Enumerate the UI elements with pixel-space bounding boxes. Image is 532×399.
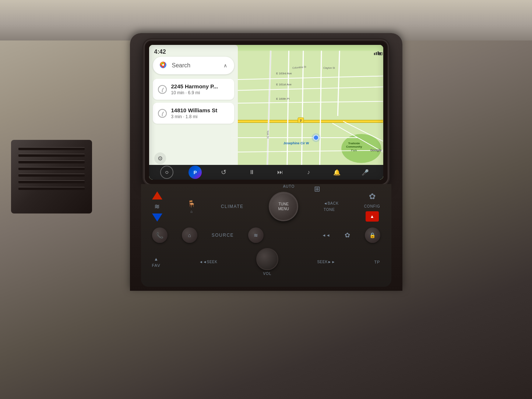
climate-label: CLIMATE — [221, 204, 244, 209]
svg-point-40 — [162, 64, 164, 66]
search-label: Search — [172, 62, 218, 69]
defrost-icon[interactable]: ≋ — [154, 202, 160, 211]
hazard-button[interactable]: ▲ — [366, 211, 379, 222]
control-row-3: ▲ FAV ◄◄SEEK VOL SEEK►► TP — [152, 248, 380, 276]
dest-name-1: 2245 Harmony P... — [171, 83, 229, 89]
config-controls: ✿ CONFIG ▲ — [364, 192, 380, 222]
replay-button[interactable]: ↺ — [217, 166, 230, 179]
fan-icon-right[interactable]: ✿ — [345, 231, 350, 239]
seek-left-label[interactable]: ◄◄SEEK — [199, 260, 217, 264]
svg-text:York St: York St — [267, 130, 269, 138]
vol-knob[interactable] — [256, 248, 278, 270]
home-icon[interactable]: ⌂ — [190, 209, 193, 213]
pause-button[interactable]: ⏸ — [245, 166, 258, 179]
seek-right-label[interactable]: SEEK►► — [317, 260, 335, 264]
vent-slats — [18, 147, 85, 206]
seat-controls: 🪑 ⌂ — [187, 200, 195, 213]
android-auto-display: 7 E 163rd Ave E 161st Ave E 160th Pl Col… — [149, 45, 383, 180]
home-icon-2: ⌂ — [188, 232, 191, 238]
config-label[interactable]: CONFIG — [364, 204, 380, 208]
dest-details-1: 10 min · 6.9 mi — [171, 90, 229, 95]
pandora-button[interactable]: P — [189, 166, 202, 179]
mic-button[interactable]: 🎤 — [359, 166, 372, 179]
dest-name-2: 14810 Williams St — [171, 107, 229, 113]
svg-rect-36 — [379, 53, 381, 55]
home-button[interactable]: ○ — [160, 166, 173, 179]
skip-button[interactable]: ⏭ — [274, 166, 287, 179]
lock-icon: 🔒 — [369, 232, 376, 238]
search-bar[interactable]: Search ∧ — [153, 57, 235, 74]
maps-icon — [158, 60, 168, 71]
svg-text:Clayton St: Clayton St — [323, 67, 335, 70]
auto-label: AUTO — [283, 184, 295, 188]
svg-text:Google: Google — [370, 148, 382, 152]
settings-area: ⚙ — [154, 152, 166, 164]
home-button-2[interactable]: ⌂ — [182, 227, 197, 243]
dest-info-1: 2245 Harmony P... 10 min · 6.9 mi — [171, 83, 229, 95]
tp-label[interactable]: TP — [374, 260, 380, 264]
bottom-nav: ○ P ↺ ⏸ ⏭ ♪ 🔔 🎤 — [149, 165, 383, 180]
dest-info-2: 14810 Williams St 3 min · 1.8 mi — [171, 107, 229, 119]
svg-point-20 — [312, 133, 321, 142]
destination-1[interactable]: 2245 Harmony P... 10 min · 6.9 mi — [153, 79, 235, 100]
controls-area: ≋ 🪑 ⌂ CLIMATE AUTO ⊞ TUNE MENU ◄BACK TON… — [141, 184, 391, 287]
svg-text:7: 7 — [300, 119, 302, 123]
svg-text:Trailside: Trailside — [348, 142, 360, 145]
map-svg: 7 E 163rd Ave E 161st Ave E 160th Pl Col… — [231, 45, 383, 180]
seek-left-indicator: ◄◄ — [322, 233, 330, 237]
svg-text:Community: Community — [346, 145, 362, 148]
vol-controls: VOL — [256, 248, 278, 276]
back-label[interactable]: ◄BACK — [324, 201, 339, 205]
tune-menu-label: TUNE MENU — [278, 202, 289, 211]
control-row-1: ≋ 🪑 ⌂ CLIMATE AUTO ⊞ TUNE MENU ◄BACK TON… — [152, 191, 380, 222]
svg-text:Josephine Cir W: Josephine Cir W — [283, 141, 309, 145]
chevron-up-icon[interactable]: ∧ — [222, 62, 229, 69]
tone-label[interactable]: TONE — [324, 208, 335, 212]
seat-heat-icon-2: ≋ — [254, 232, 258, 238]
fav-label[interactable]: FAV — [152, 263, 161, 268]
fan-speed-icon: ⊞ — [314, 184, 320, 193]
seat-heat-button[interactable]: ≋ — [248, 227, 264, 243]
music-button[interactable]: ♪ — [302, 166, 315, 179]
temp-down-button[interactable] — [152, 213, 162, 222]
status-time: 4:42 — [154, 49, 166, 55]
phone-button[interactable]: 📞 — [152, 227, 168, 243]
right-controls: ◄BACK TONE — [324, 201, 339, 212]
temp-controls: ≋ — [152, 191, 162, 222]
bell-button[interactable]: 🔔 — [330, 166, 343, 179]
up-arrow[interactable]: ▲ — [154, 257, 158, 262]
vol-label: VOL — [263, 272, 271, 276]
lock-button[interactable]: 🔒 — [365, 227, 380, 243]
left-panel: 4:42 — [149, 45, 238, 180]
left-vent — [11, 140, 92, 213]
svg-text:Park: Park — [351, 149, 357, 152]
destination-2[interactable]: 14810 Williams St 3 min · 1.8 mi — [153, 103, 235, 124]
seat-heat-icon[interactable]: 🪑 — [187, 200, 195, 208]
svg-text:E 163rd Ave: E 163rd Ave — [276, 72, 292, 75]
android-auto-screen[interactable]: 7 E 163rd Ave E 161st Ave E 160th Pl Col… — [149, 45, 383, 180]
status-bar: 4:42 — [151, 46, 237, 57]
fan-icon[interactable]: ✿ — [369, 192, 376, 201]
knob-area: AUTO ⊞ TUNE MENU — [269, 192, 298, 221]
source-label[interactable]: SOURCE — [212, 233, 234, 238]
hazard-icon: ▲ — [370, 214, 374, 219]
tune-menu-knob[interactable]: TUNE MENU — [269, 192, 298, 221]
fav-controls: ▲ FAV — [152, 257, 161, 268]
svg-rect-32 — [374, 53, 375, 55]
control-row-2: 📞 ⌂ SOURCE ≋ ◄◄ ✿ 🔒 — [152, 227, 380, 243]
svg-rect-33 — [376, 52, 377, 55]
svg-text:E 161st Ave: E 161st Ave — [276, 83, 292, 86]
phone-icon: 📞 — [156, 232, 163, 239]
dest-details-2: 3 min · 1.8 mi — [171, 114, 229, 119]
map-area: 7 E 163rd Ave E 161st Ave E 160th Pl Col… — [231, 45, 383, 180]
settings-icon[interactable]: ⚙ — [154, 152, 166, 164]
clock-icon-2 — [158, 109, 167, 118]
screen-bezel: 7 E 163rd Ave E 161st Ave E 160th Pl Col… — [145, 40, 388, 184]
temp-up-button[interactable] — [152, 191, 162, 200]
svg-text:E 160th Pl: E 160th Pl — [276, 97, 290, 100]
clock-icon-1 — [158, 85, 167, 94]
